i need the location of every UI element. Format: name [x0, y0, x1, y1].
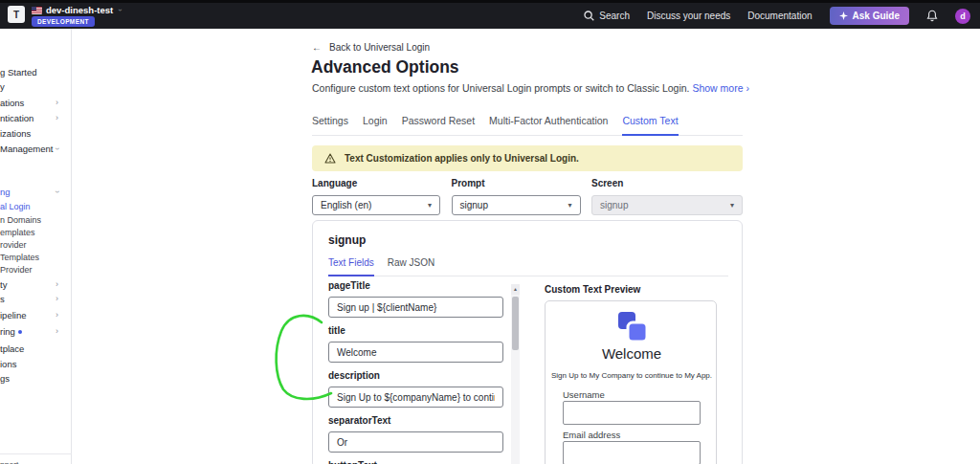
- prompt-select[interactable]: signup ▾: [452, 195, 581, 215]
- sidebar-item-user-management[interactable]: Management›: [0, 143, 71, 155]
- documentation-link[interactable]: Documentation: [747, 11, 812, 21]
- scroll-up-button[interactable]: ▲: [511, 284, 520, 295]
- prompt-label: Prompt: [452, 178, 581, 188]
- preview-email-label: Email address: [563, 430, 620, 440]
- sidebar-item-actions[interactable]: s›: [0, 293, 71, 305]
- preview-username-input: [563, 401, 701, 425]
- card-tabs: Text Fields Raw JSON: [328, 255, 728, 276]
- sidebar-item-extensions[interactable]: ions: [0, 358, 71, 370]
- tab-settings[interactable]: Settings: [312, 111, 348, 135]
- tab-raw-json[interactable]: Raw JSON: [388, 255, 434, 276]
- chevron-right-icon: ›: [56, 311, 58, 320]
- field-input-pageTitle[interactable]: [328, 297, 503, 318]
- tenant-name: dev-dinesh-test: [46, 5, 113, 15]
- sidebar-item-sms-templates[interactable]: Templates: [0, 251, 71, 263]
- form-scrollbar[interactable]: ▲: [511, 284, 520, 464]
- tab-text-fields[interactable]: Text Fields: [328, 255, 374, 276]
- chevron-down-icon: ▾: [730, 201, 734, 210]
- page-title: Advanced Options: [311, 57, 459, 77]
- warning-icon: [324, 153, 336, 164]
- sidebar-item-sms-provider[interactable]: Provider: [0, 263, 71, 276]
- chevron-right-icon: ›: [56, 295, 58, 303]
- chevron-down-icon: ▾: [428, 201, 432, 210]
- chevron-down-icon: ▾: [568, 201, 571, 210]
- search-label: Search: [599, 11, 630, 21]
- field-label-buttonText: buttonText: [328, 460, 503, 464]
- sidebar-item-custom-domains[interactable]: n Domains: [0, 213, 71, 226]
- environment-badge: DEVELOPMENT: [32, 16, 95, 27]
- scrollbar-thumb[interactable]: [512, 297, 519, 350]
- discuss-your-needs-link[interactable]: Discuss your needs: [647, 11, 730, 21]
- tenant-switcher[interactable]: T dev-dinesh-test › DEVELOPMENT: [8, 5, 122, 27]
- chevron-down-icon: ›: [53, 147, 61, 150]
- field-input-description[interactable]: [328, 387, 503, 408]
- sidebar-item-email-templates[interactable]: emplates: [0, 226, 71, 238]
- advanced-options-page: T dev-dinesh-test › DEVELOPMENT Search D…: [0, 0, 980, 464]
- sidebar-item-authentication[interactable]: ntication›: [0, 112, 71, 124]
- field-label-separatorText: separatorText: [328, 415, 503, 426]
- region-flag-icon: [32, 7, 42, 14]
- field-input-separatorText[interactable]: [328, 431, 503, 453]
- sidebar-item-email-provider[interactable]: rovider: [0, 238, 71, 251]
- app-logo-icon: [614, 311, 649, 345]
- page-subtitle: Configure custom text options for Univer…: [312, 82, 749, 94]
- user-avatar[interactable]: d: [955, 9, 970, 24]
- chevron-down-icon: ›: [116, 9, 124, 11]
- tenant-initial: T: [13, 10, 19, 20]
- chevron-right-icon: ›: [56, 280, 58, 289]
- preview-description: Sign Up to My Company to continue to My …: [546, 371, 718, 380]
- back-to-universal-login-link[interactable]: ← Back to Universal Login: [312, 42, 430, 53]
- chevron-right-icon: ›: [56, 327, 58, 336]
- sidebar-item-applications[interactable]: ations›: [0, 97, 71, 109]
- sidebar-item-security[interactable]: ty›: [0, 278, 71, 291]
- chevron-down-icon: ›: [53, 190, 61, 193]
- warning-banner-text: Text Customization applies only to Unive…: [345, 153, 579, 164]
- preview-email-input: [563, 441, 701, 464]
- sidebar-item-getting-started[interactable]: g Started: [0, 66, 71, 78]
- screen-select: signup ▾: [591, 195, 743, 215]
- tab-login[interactable]: Login: [363, 111, 388, 135]
- ask-guide-button[interactable]: Ask Guide: [830, 7, 909, 25]
- preview-username-label: Username: [563, 389, 605, 400]
- show-more-link[interactable]: Show more ›: [692, 82, 749, 94]
- sidebar-item-support[interactable]: pport: [0, 458, 71, 464]
- selectors-row: Language English (en) ▾ Prompt signup ▾ …: [312, 178, 743, 215]
- search-icon: [584, 11, 594, 21]
- sidebar-item-marketplace[interactable]: tplace: [0, 342, 71, 355]
- sidebar-item-universal-login[interactable]: al Login: [0, 200, 71, 212]
- language-label: Language: [312, 178, 440, 188]
- bell-icon[interactable]: [926, 10, 938, 22]
- sidebar-nav: g Started y ations› ntication› izations …: [0, 29, 72, 464]
- sidebar-item-monitoring[interactable]: ring›: [0, 325, 71, 338]
- field-label-title: title: [328, 325, 503, 336]
- field-label-pageTitle: pageTitle: [328, 280, 503, 291]
- custom-text-preview: Welcome Sign Up to My Company to continu…: [545, 300, 717, 464]
- page-tabs: Settings Login Password Reset Multi-Fact…: [312, 111, 743, 136]
- sidebar-item-auth-pipeline[interactable]: ipeline›: [0, 309, 71, 321]
- tab-password-reset[interactable]: Password Reset: [402, 111, 475, 135]
- tenant-logo: T: [8, 6, 25, 23]
- field-label-description: description: [328, 370, 503, 381]
- avatar-initial: d: [960, 11, 966, 21]
- sidebar-divider: [0, 453, 72, 454]
- field-input-title[interactable]: [328, 342, 503, 363]
- ask-guide-label: Ask Guide: [853, 11, 900, 21]
- text-fields-form: pageTitle title description separatorTex…: [328, 280, 503, 464]
- notification-dot: [18, 330, 22, 334]
- preview-heading: Welcome: [546, 345, 718, 362]
- sparkle-icon: [839, 11, 848, 20]
- language-select[interactable]: English (en) ▾: [312, 195, 440, 215]
- top-bar: T dev-dinesh-test › DEVELOPMENT Search D…: [0, 0, 980, 29]
- back-arrow-icon: ←: [312, 42, 322, 53]
- card-title: signup: [328, 233, 366, 247]
- tab-custom-text[interactable]: Custom Text: [622, 111, 678, 136]
- chevron-right-icon: ›: [56, 114, 58, 122]
- sidebar-item-activity[interactable]: y: [0, 80, 71, 93]
- tab-multi-factor-authentication[interactable]: Multi-Factor Authentication: [489, 111, 608, 135]
- sidebar-item-branding[interactable]: ng›: [0, 186, 71, 198]
- chevron-right-icon: ›: [56, 99, 58, 107]
- sidebar-item-organizations[interactable]: izations: [0, 127, 71, 140]
- search-button[interactable]: Search: [584, 11, 630, 21]
- custom-text-preview-label: Custom Text Preview: [545, 284, 640, 295]
- sidebar-item-settings[interactable]: gs: [0, 372, 71, 385]
